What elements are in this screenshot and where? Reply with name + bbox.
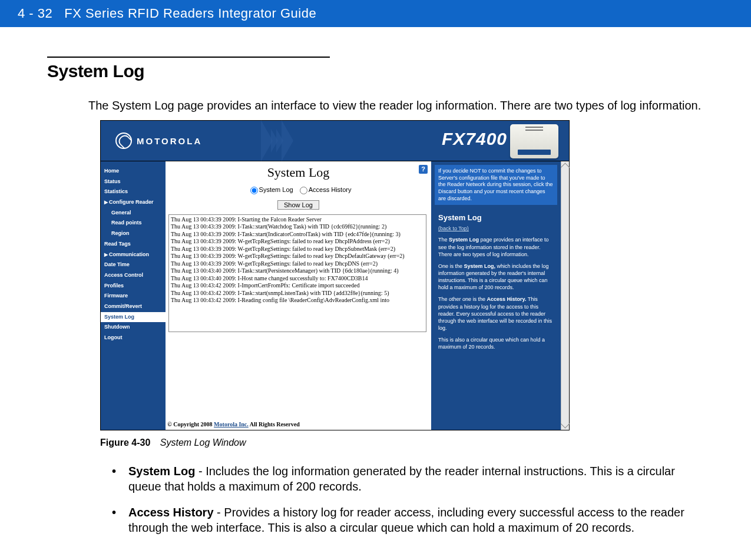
help-panel-body: The System Log page provides an interfac… [435, 236, 557, 360]
sidebar-item-label: Access Control [104, 272, 143, 278]
main-panel: ? System Log System Log Access History S… [166, 161, 431, 430]
figure-label: Figure 4-30 [100, 438, 150, 448]
section-intro: The System Log page provides an interfac… [88, 98, 704, 113]
log-type-radio-group: System Log Access History [166, 186, 431, 194]
section-rule [47, 57, 330, 58]
sidebar-item-system-log[interactable]: System Log [101, 312, 166, 323]
radio-system-log[interactable] [250, 187, 258, 194]
sidebar-item-label: Firmware [104, 293, 128, 299]
sidebar-item-read-points[interactable]: Read points [101, 218, 166, 228]
sidebar-item-logout[interactable]: Logout [101, 333, 166, 343]
help-p1b: System Log [449, 237, 479, 243]
sidebar-item-label: Home [104, 168, 119, 174]
sidebar-item-statistics[interactable]: Statistics [101, 187, 166, 197]
page-content: System Log The System Log page provides … [0, 27, 751, 560]
commit-warning-box: If you decide NOT to commit the changes … [435, 165, 557, 205]
sidebar-item-label: Statistics [104, 188, 128, 194]
sidebar-item-date-time[interactable]: Date Time [101, 260, 166, 270]
list-item: System Log - Includes the log informatio… [112, 463, 704, 494]
help-panel-heading: System Log [435, 205, 557, 224]
sidebar-item-label: General [111, 210, 131, 216]
footer-link[interactable]: Motorola Inc. [214, 421, 249, 428]
sidebar-item-status[interactable]: Status [101, 177, 166, 187]
sidebar-item-label: Date Time [104, 261, 130, 267]
log-output-box[interactable]: Thu Aug 13 00:43:39 2009: I-Starting the… [168, 214, 426, 332]
chevron-right-icon: ▶ [104, 252, 108, 257]
doc-title: FX Series RFID Readers Integrator Guide [64, 6, 316, 21]
radio-access-history-label: Access History [309, 186, 352, 193]
footer-copyright-prefix: © Copyright 2008 [167, 421, 214, 428]
help-p2b: System Log, [464, 263, 496, 269]
sidebar-item-access-control[interactable]: Access Control [101, 270, 166, 281]
sidebar-item-commit-revert[interactable]: Commit/Revert [101, 301, 166, 312]
sidebar-item-home[interactable]: Home [101, 166, 166, 177]
screenshot-body: HomeStatusStatistics▶Configure ReaderGen… [100, 161, 570, 430]
definition-list: System Log - Includes the log informatio… [112, 463, 704, 535]
show-log-row: Show Log [166, 199, 431, 210]
help-panel: If you decide NOT to commit the changes … [431, 161, 561, 430]
scrollbar-vertical[interactable] [561, 161, 569, 430]
screenshot-figure: MOTOROLA FX7400 HomeStatusStatistics▶Con… [100, 120, 570, 430]
motorola-logo-text: MOTOROLA [137, 136, 202, 146]
sidebar-item-label: Configure Reader [109, 199, 154, 205]
sidebar-item-label: Read points [111, 220, 142, 226]
sidebar-item-label: Communication [109, 251, 149, 257]
term-system-log: System Log [128, 465, 195, 478]
sidebar-item-label: Commit/Revert [104, 303, 142, 309]
product-image [510, 124, 558, 158]
sidebar-item-label: Region [111, 230, 130, 236]
footer-copyright-suffix: All Rights Reserved [249, 421, 300, 428]
panel-title: System Log [166, 165, 431, 180]
screenshot-footer: © Copyright 2008 Motorola Inc. All Right… [166, 421, 302, 428]
sidebar-item-label: Logout [104, 334, 123, 340]
term-access-history: Access History [128, 506, 214, 519]
radio-access-history[interactable] [300, 187, 307, 194]
page-number: 4 - 32 [18, 6, 52, 21]
sidebar-item-label: Status [104, 178, 121, 184]
screenshot-banner: MOTOROLA FX7400 [100, 120, 570, 161]
help-p4: This is also a circular queue which can … [438, 336, 554, 350]
banner-chevron-icon [263, 121, 293, 161]
figure-caption: Figure 4-30 System Log Window [100, 438, 704, 448]
sidebar-item-label: Read Tags [104, 241, 131, 247]
sidebar-item-firmware[interactable]: Firmware [101, 291, 166, 301]
log-output-text: Thu Aug 13 00:43:39 2009: I-Starting the… [169, 215, 426, 306]
desc-system-log: - Includes the log information generated… [128, 465, 675, 493]
doc-header: 4 - 32 FX Series RFID Readers Integrator… [0, 0, 751, 27]
help-icon[interactable]: ? [419, 165, 428, 174]
sidebar-nav: HomeStatusStatistics▶Configure ReaderGen… [101, 161, 166, 430]
motorola-logo: MOTOROLA [115, 132, 202, 149]
sidebar-item-label: Shutdown [104, 324, 130, 330]
help-p3a: The other one is the [438, 296, 487, 302]
help-p1a: The [438, 237, 449, 243]
help-back-link[interactable]: (back to Top) [435, 226, 557, 231]
show-log-button[interactable]: Show Log [277, 200, 319, 210]
sidebar-item-configure-reader[interactable]: ▶Configure Reader [101, 197, 166, 208]
sidebar-item-general[interactable]: General [101, 208, 166, 218]
sidebar-item-label: Profiles [104, 283, 124, 289]
help-p2a: One is the [438, 263, 464, 269]
radio-system-log-label: System Log [259, 186, 293, 193]
sidebar-item-shutdown[interactable]: Shutdown [101, 322, 166, 333]
figure-title: System Log Window [160, 438, 246, 448]
motorola-logo-icon [115, 132, 132, 149]
section-heading: System Log [47, 61, 704, 81]
list-item: Access History - Provides a history log … [112, 505, 704, 535]
help-p3b: Access History. [487, 296, 527, 302]
product-model-label: FX7400 [442, 129, 507, 149]
sidebar-item-profiles[interactable]: Profiles [101, 281, 166, 291]
sidebar-item-label: System Log [104, 314, 134, 320]
chevron-right-icon: ▶ [104, 200, 108, 205]
sidebar-item-communication[interactable]: ▶Communication [101, 250, 166, 260]
sidebar-item-read-tags[interactable]: Read Tags [101, 239, 166, 250]
sidebar-item-region[interactable]: Region [101, 228, 166, 239]
